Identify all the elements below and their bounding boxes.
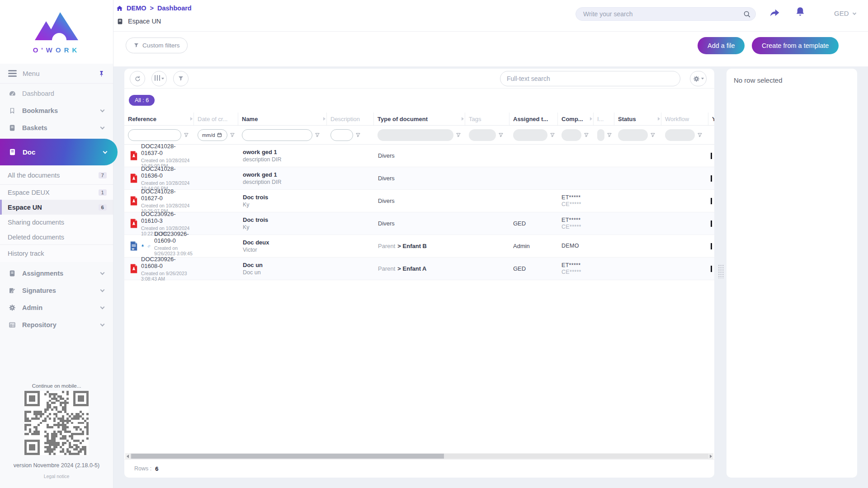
document-row[interactable]: DOC230926-01608-0Created on 9/26/2023 3:… xyxy=(124,258,714,280)
expand-column-icon[interactable] xyxy=(462,117,464,121)
column-header-date[interactable]: Date of cr... xyxy=(194,113,238,125)
caret-down-icon xyxy=(161,78,164,80)
resize-drag-handle[interactable] xyxy=(718,264,724,279)
column-header-type[interactable]: Type of document xyxy=(374,113,465,125)
rows-count: 6 xyxy=(155,465,158,472)
chevron-down-icon xyxy=(100,271,105,275)
filter-disabled-tags xyxy=(469,129,496,141)
document-row[interactable]: DOC241028-01627-0Created on 10/28/2024 1… xyxy=(124,190,714,212)
funnel-icon[interactable] xyxy=(230,132,235,138)
sidebar-item-bookmarks[interactable]: Bookmarks xyxy=(0,102,113,119)
sidebar-item-espace-deux[interactable]: Espace DEUX 1 xyxy=(0,185,113,200)
doc-book-icon xyxy=(8,148,16,156)
column-header-name[interactable]: Name xyxy=(238,113,327,125)
scrollbar-thumb[interactable] xyxy=(131,454,444,459)
filter-input-date[interactable]: mm/d xyxy=(198,129,227,141)
sidebar-item-signatures[interactable]: Signatures xyxy=(0,282,113,299)
filter-input-description[interactable] xyxy=(330,129,353,141)
sidebar-item-assignments[interactable]: Assignments xyxy=(0,265,113,282)
sidebar-item-deleted-documents[interactable]: Deleted documents xyxy=(0,230,113,244)
table-settings-button[interactable] xyxy=(690,71,707,86)
custom-filters-button[interactable]: Custom filters xyxy=(126,38,188,53)
document-reference: DOC230926-01609-0 xyxy=(154,230,194,244)
filter-input-name[interactable] xyxy=(242,129,312,141)
filter-button[interactable] xyxy=(173,71,189,86)
document-type: > Enfant A xyxy=(397,265,426,272)
funnel-icon[interactable] xyxy=(584,132,589,138)
scroll-left-icon[interactable] xyxy=(125,453,130,459)
sidebar-item-label: Repository xyxy=(22,321,57,328)
chevron-down-icon xyxy=(103,149,108,154)
columns-button[interactable] xyxy=(151,71,167,86)
search-icon[interactable] xyxy=(743,10,751,18)
share-icon[interactable] xyxy=(769,7,781,19)
horizontal-scrollbar[interactable] xyxy=(125,453,713,459)
column-header-tags[interactable]: Tags xyxy=(465,113,509,125)
funnel-icon[interactable] xyxy=(315,132,320,138)
sidebar-item-sharing-documents[interactable]: Sharing documents xyxy=(0,215,113,230)
filter-disabled-type xyxy=(377,129,453,141)
sidebar-item-admin[interactable]: Admin xyxy=(0,299,113,316)
menu-toggle[interactable]: Menu xyxy=(0,64,113,84)
sidebar-item-all-documents[interactable]: All the documents 7 xyxy=(0,166,113,184)
global-search-input[interactable] xyxy=(583,10,743,18)
funnel-icon[interactable] xyxy=(355,132,361,138)
expand-column-icon[interactable] xyxy=(190,117,193,121)
expand-column-icon[interactable] xyxy=(590,117,592,121)
document-row[interactable]: w DOC230926-01609-0Created on 9/26/2023 … xyxy=(124,235,714,258)
table-empty-space xyxy=(124,280,714,453)
filter-disabled-status xyxy=(618,129,648,141)
breadcrumb-root[interactable]: DEMO xyxy=(127,5,146,12)
sidebar-item-dashboard[interactable]: Dashboard xyxy=(0,85,113,102)
filter-input-reference[interactable] xyxy=(128,129,181,141)
funnel-icon[interactable] xyxy=(697,132,703,138)
expand-column-icon[interactable] xyxy=(323,117,326,121)
document-type-parent: Parent xyxy=(378,265,395,272)
column-header-comp[interactable]: Comp... xyxy=(558,113,594,125)
fulltext-search-input[interactable] xyxy=(507,75,674,82)
column-header-reference[interactable]: Reference xyxy=(124,113,194,125)
sidebar-item-doc-active[interactable]: Doc xyxy=(0,139,118,165)
funnel-icon[interactable] xyxy=(498,132,504,138)
mountain-logo-icon xyxy=(34,10,79,43)
column-header-status[interactable]: Status xyxy=(614,113,661,125)
document-row[interactable]: DOC241028-01637-0Created on 10/28/2024 1… xyxy=(124,145,714,167)
scroll-right-icon[interactable] xyxy=(708,453,713,459)
funnel-icon[interactable] xyxy=(607,132,612,138)
sidebar-item-baskets[interactable]: Baskets xyxy=(0,119,113,136)
sidebar-item-repository[interactable]: Repository xyxy=(0,316,113,333)
column-header-workflow[interactable]: Workflow xyxy=(661,113,708,125)
funnel-icon[interactable] xyxy=(184,132,189,138)
document-assigned: GED xyxy=(509,212,558,235)
home-icon[interactable] xyxy=(116,5,123,12)
funnel-icon[interactable] xyxy=(550,132,555,138)
table-header: Reference Date of cr... Name Description… xyxy=(124,113,714,126)
column-header-cut[interactable]: Y xyxy=(708,113,714,125)
calendar-icon[interactable] xyxy=(217,132,222,137)
funnel-icon[interactable] xyxy=(456,132,461,138)
refresh-icon xyxy=(134,75,141,82)
column-header-description[interactable]: Description xyxy=(327,113,374,125)
legal-notice-link[interactable]: Legal notice xyxy=(0,474,113,479)
add-file-button[interactable]: Add a file xyxy=(698,37,745,54)
document-name: Doc un xyxy=(243,262,327,268)
pin-icon[interactable] xyxy=(98,70,105,78)
account-menu[interactable]: GED xyxy=(834,9,856,17)
column-header-i[interactable]: I... xyxy=(594,113,614,125)
notifications-bell-icon[interactable] xyxy=(795,6,806,19)
column-header-assigned[interactable]: Assigned t... xyxy=(509,113,558,125)
expand-column-icon[interactable] xyxy=(658,117,660,121)
sidebar-item-espace-un[interactable]: Espace UN 6 xyxy=(0,200,113,215)
document-row[interactable]: DOC230926-01610-3Created on 10/28/2024 1… xyxy=(124,212,714,235)
detail-panel: No row selected xyxy=(726,69,857,478)
refresh-button[interactable] xyxy=(130,71,145,86)
assignments-icon xyxy=(8,270,16,277)
document-row[interactable]: DOC241028-01636-0Created on 10/28/2024 1… xyxy=(124,167,714,190)
breadcrumb-page[interactable]: Dashboard xyxy=(157,5,192,12)
brand-logo[interactable]: O'WORK xyxy=(0,0,113,64)
create-from-template-button[interactable]: Create from a template xyxy=(752,37,839,54)
clipped-text-fragment xyxy=(711,198,712,204)
all-count-badge[interactable]: All : 6 xyxy=(129,95,155,106)
funnel-icon[interactable] xyxy=(650,132,656,138)
sidebar-item-history-track[interactable]: History track xyxy=(0,245,113,262)
